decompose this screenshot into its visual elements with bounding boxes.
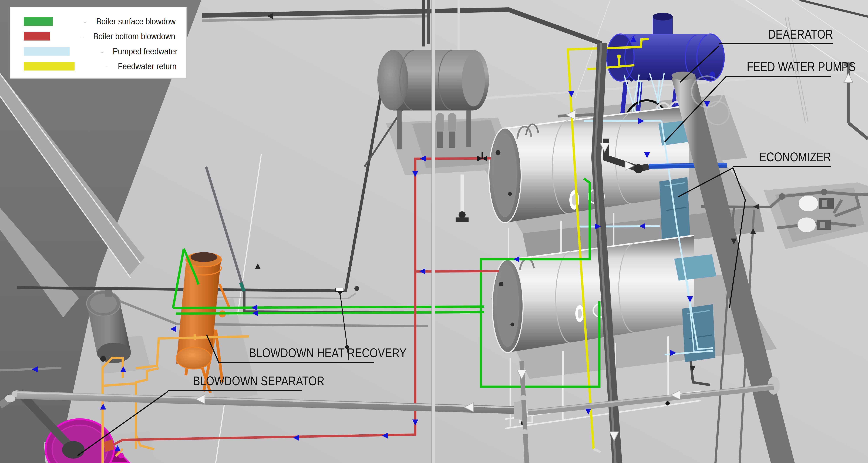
legend-item: - Pumped feedwater	[24, 47, 186, 56]
label-feed-water-pumps: FEED WATER PUMPS	[726, 60, 831, 77]
foreground-riser-pipe	[432, 0, 435, 463]
legend-label: Pumped feedwater	[113, 46, 178, 57]
legend-swatch-bottom-blowdown	[24, 32, 50, 40]
legend-dash: -	[105, 61, 108, 71]
legend-item: - Feedwater return	[24, 62, 186, 70]
legend-swatch-surface-blowdown	[24, 17, 53, 26]
legend: - Boiler surface blowdow - Boiler bottom…	[10, 7, 187, 79]
label-deaerator: DEAERATOR	[719, 27, 833, 44]
legend-label: Boiler bottom blowdown	[93, 31, 175, 41]
legend-dash: -	[81, 31, 84, 41]
legend-item: - Boiler bottom blowdown	[24, 32, 186, 40]
legend-label: Boiler surface blowdow	[96, 16, 176, 27]
legend-dash: -	[100, 46, 103, 57]
legend-dash: -	[84, 16, 87, 27]
label-blowdown-separator: BLOWDOWN SEPARATOR	[168, 374, 302, 391]
legend-label: Feedwater return	[118, 61, 177, 71]
legend-swatch-pumped-feedwater	[24, 47, 70, 56]
label-economizer: ECONOMIZER	[733, 150, 831, 167]
label-blowdown-heat-recovery: BLOWDOWN HEAT RECOVERY	[219, 346, 374, 363]
legend-swatch-feedwater-return	[24, 62, 74, 70]
amber-valve	[100, 356, 106, 362]
legend-item: - Boiler surface blowdow	[24, 17, 186, 26]
viewport-3d[interactable]: - Boiler surface blowdow - Boiler bottom…	[0, 0, 868, 463]
